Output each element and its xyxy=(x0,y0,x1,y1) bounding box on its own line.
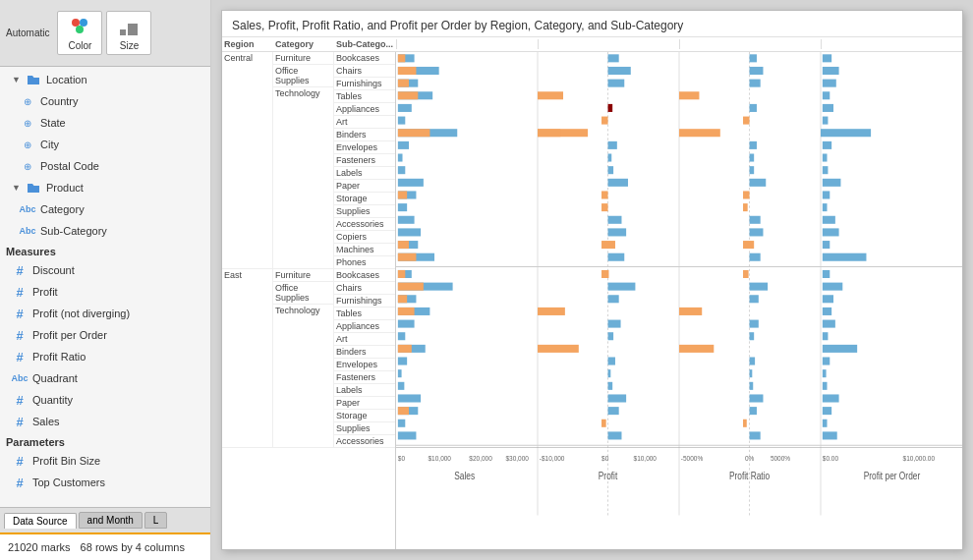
expand-arrow: ▼ xyxy=(12,75,24,84)
postal-code-label: Postal Code xyxy=(40,160,99,172)
automatic-label: Automatic xyxy=(6,28,49,38)
city-label: City xyxy=(40,139,59,150)
discount-label: Discount xyxy=(32,264,75,276)
sub-tables-1: Tables xyxy=(334,90,395,103)
profit-bin-field[interactable]: # Profit Bin Size xyxy=(0,450,210,472)
abc-icon: Abc xyxy=(20,201,35,217)
sub-art-1: Art xyxy=(334,116,395,129)
sub-tables-2: Tables xyxy=(334,308,395,320)
profit-per-order-field[interactable]: # Profit per Order xyxy=(0,324,210,346)
sub-furnishings-1: Furnishings xyxy=(334,78,395,90)
svg-rect-89 xyxy=(398,270,405,278)
sub-appliances-2: Appliances xyxy=(334,320,395,333)
product-field[interactable]: ▼ Product xyxy=(0,177,210,198)
svg-rect-59 xyxy=(823,179,841,187)
col2-header xyxy=(538,39,679,49)
country-label: Country xyxy=(40,95,79,107)
profit-per-order-label: Profit per Order xyxy=(32,329,107,341)
svg-rect-50 xyxy=(750,154,755,162)
quantity-field[interactable]: # Quantity xyxy=(0,389,210,411)
location-folder-icon xyxy=(26,72,41,87)
svg-text:5000%: 5000% xyxy=(771,454,791,464)
svg-text:Profit Ratio: Profit Ratio xyxy=(729,470,770,481)
svg-rect-23 xyxy=(750,80,761,87)
sales-field[interactable]: # Sales xyxy=(0,411,210,432)
tab-data-source[interactable]: Data Source xyxy=(4,513,77,529)
category-tech-1: Technology xyxy=(273,87,333,99)
globe-icon-3: ⊕ xyxy=(20,137,35,152)
top-customers-field[interactable]: # Top Customers xyxy=(0,472,210,493)
svg-rect-42 xyxy=(679,129,720,137)
svg-text:$0: $0 xyxy=(398,454,405,464)
quadrant-field[interactable]: Abc Quadrant xyxy=(0,367,210,389)
hash-icon-7: # xyxy=(12,414,28,429)
profit-not-div-field[interactable]: # Profit (not diverging) xyxy=(0,303,210,324)
svg-rect-54 xyxy=(750,166,755,174)
sub-binders-1: Binders xyxy=(334,129,395,141)
svg-rect-55 xyxy=(823,166,829,174)
svg-rect-80 xyxy=(743,241,754,249)
svg-rect-112 xyxy=(398,332,405,340)
svg-rect-124 xyxy=(823,358,830,365)
hash-icon-3: # xyxy=(12,306,28,321)
subcategory-field[interactable]: Abc Sub-Category xyxy=(0,220,210,242)
svg-rect-125 xyxy=(398,369,402,377)
country-field[interactable]: ⊕ Country xyxy=(0,90,210,112)
city-field[interactable]: ⊕ City xyxy=(0,134,210,155)
discount-field[interactable]: # Discount xyxy=(0,259,210,281)
profit-ratio-field[interactable]: # Profit Ratio xyxy=(0,346,210,367)
svg-rect-76 xyxy=(823,228,839,236)
profit-not-div-label: Profit (not diverging) xyxy=(32,308,130,319)
svg-rect-104 xyxy=(398,308,415,315)
color-button[interactable]: Color xyxy=(57,11,102,55)
svg-rect-35 xyxy=(601,117,608,125)
size-button[interactable]: Size xyxy=(106,11,151,55)
svg-text:-5000%: -5000% xyxy=(681,454,704,464)
tab-l[interactable]: L xyxy=(144,512,168,529)
main-chart-svg: $0 $10,000 $20,000 $30,000 -$10,000 $0 $… xyxy=(396,52,962,549)
svg-text:$10,000: $10,000 xyxy=(634,454,657,464)
svg-text:$30,000: $30,000 xyxy=(505,454,528,464)
postal-code-field[interactable]: ⊕ Postal Code xyxy=(0,155,210,177)
sub-phones-1: Phones xyxy=(334,256,395,268)
svg-rect-3 xyxy=(120,29,126,35)
svg-rect-83 xyxy=(398,253,417,261)
svg-rect-45 xyxy=(608,141,617,149)
svg-rect-92 xyxy=(823,270,830,278)
svg-rect-27 xyxy=(538,91,563,99)
state-field[interactable]: ⊕ State xyxy=(0,112,210,134)
svg-rect-24 xyxy=(823,80,836,87)
location-field[interactable]: ▼ Location xyxy=(0,69,210,90)
svg-rect-85 xyxy=(750,253,761,261)
svg-rect-115 xyxy=(823,332,829,340)
svg-rect-144 xyxy=(743,420,747,427)
svg-rect-133 xyxy=(398,394,421,402)
tab-and-month[interactable]: and Month xyxy=(79,512,143,529)
svg-rect-70 xyxy=(608,216,622,224)
profit-field[interactable]: # Profit xyxy=(0,281,210,303)
svg-text:0%: 0% xyxy=(745,454,755,464)
svg-text:Sales: Sales xyxy=(454,470,475,481)
svg-rect-122 xyxy=(608,358,615,365)
category-field[interactable]: Abc Category xyxy=(0,198,210,220)
sub-chairs-2: Chairs xyxy=(334,282,395,295)
col3-header xyxy=(679,39,821,49)
svg-rect-108 xyxy=(398,320,415,328)
sub-labels-2: Labels xyxy=(334,384,395,397)
svg-rect-96 xyxy=(750,283,769,291)
svg-rect-21 xyxy=(398,80,409,87)
svg-rect-46 xyxy=(750,141,757,149)
svg-rect-99 xyxy=(398,295,407,303)
svg-rect-17 xyxy=(608,67,631,75)
parameters-header: Parameters xyxy=(0,432,210,450)
svg-rect-11 xyxy=(398,54,405,62)
svg-rect-68 xyxy=(823,203,828,211)
chart-body: Region Category Sub-Catego... Central xyxy=(222,37,962,549)
svg-rect-131 xyxy=(750,382,754,390)
svg-rect-43 xyxy=(821,129,871,137)
svg-rect-72 xyxy=(823,216,835,224)
sub-storage-1: Storage xyxy=(334,193,395,205)
svg-rect-12 xyxy=(608,54,619,62)
svg-rect-106 xyxy=(679,308,702,315)
svg-rect-129 xyxy=(398,382,405,390)
